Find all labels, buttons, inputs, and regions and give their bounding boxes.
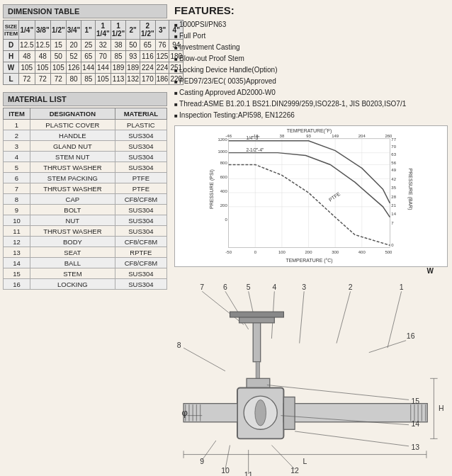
- svg-text:400: 400: [358, 250, 366, 254]
- dim-row-h: H4848505265708593116125180: [4, 51, 183, 62]
- mat-cell-material: SUS304: [115, 226, 166, 237]
- dim-cell: 144: [81, 62, 96, 74]
- svg-text:56: 56: [391, 161, 396, 165]
- mat-cell-designation: NUT: [30, 215, 115, 226]
- dim-cell: 48: [35, 51, 50, 62]
- material-table: ITEM DESIGNATION MATERIAL 1PLASTIC COVER…: [3, 108, 167, 290]
- mat-row-7: 8CAPCF8/CF8M: [4, 194, 167, 205]
- dim-cell: 189: [111, 62, 126, 74]
- svg-text:1/4"-3": 1/4"-3": [246, 135, 259, 140]
- mat-header-row: ITEM DESIGNATION MATERIAL: [4, 108, 167, 120]
- svg-line-64: [388, 291, 402, 348]
- features-list: 1000PSI/PN63Full PortInvestment CastingB…: [174, 19, 448, 121]
- svg-text:300: 300: [332, 250, 339, 254]
- dim-cell: 85: [81, 74, 96, 85]
- svg-line-63: [337, 291, 351, 343]
- dim-cell: 170: [140, 74, 156, 85]
- mat-cell-item: 15: [4, 268, 30, 279]
- dim-header-1_4: 1/4": [19, 21, 35, 40]
- mat-row-2: 3GLAND NUTSUS304: [4, 141, 167, 152]
- svg-line-58: [202, 291, 244, 324]
- svg-text:35: 35: [391, 186, 396, 190]
- mat-cell-item: 12: [4, 237, 30, 247]
- svg-text:4: 4: [272, 283, 276, 291]
- features-title: FEATURES:: [174, 4, 448, 16]
- svg-line-59: [225, 291, 249, 329]
- diagram-svg: 7 6 5 4 3 2 1 8 16: [174, 278, 448, 476]
- svg-text:200: 200: [220, 203, 228, 208]
- svg-text:200: 200: [305, 250, 313, 254]
- mat-row-11: 12BODYCF8/CF8M: [4, 237, 167, 247]
- svg-line-68: [369, 341, 406, 353]
- mat-cell-material: SUS304: [115, 162, 166, 173]
- dim-cell: 52: [66, 51, 81, 62]
- mat-cell-designation: THRUST WASHER: [30, 183, 115, 194]
- feature-item-1: Full Port: [174, 30, 448, 42]
- svg-text:5: 5: [247, 283, 251, 291]
- svg-text:6: 6: [223, 283, 227, 291]
- dim-cell: 116: [140, 51, 156, 62]
- mat-cell-item: 10: [4, 215, 30, 226]
- mat-cell-item: 13: [4, 247, 30, 258]
- feature-item-2: Investment Casting: [174, 42, 448, 53]
- features-section: FEATURES: 1000PSI/PN63Full PortInvestmen…: [174, 4, 448, 121]
- dim-cell: 32: [96, 40, 111, 51]
- dim-label-w: W: [4, 62, 19, 74]
- mat-row-8: 9BOLTSUS304: [4, 205, 167, 215]
- svg-text:14: 14: [411, 420, 419, 428]
- dim-cell: 224: [140, 62, 156, 74]
- mat-cell-designation: SEAT: [30, 247, 115, 258]
- svg-text:100: 100: [278, 250, 286, 254]
- svg-text:1200: 1200: [217, 137, 227, 142]
- mat-cell-item: 11: [4, 226, 30, 237]
- dimension-table-section: DIMENSION TABLE SIZE ITEM 1/4" 3/8" 1/2"…: [3, 4, 167, 85]
- dim-cell: 125: [155, 51, 169, 62]
- dim-header-1_1_4: 1 1/4": [96, 21, 111, 40]
- svg-point-76: [255, 400, 266, 426]
- svg-text:H: H: [439, 404, 444, 412]
- feature-item-0: 1000PSI/PN63: [174, 19, 448, 30]
- mat-cell-designation: STEM PACKING: [30, 173, 115, 183]
- mat-cell-designation: BALL: [30, 258, 115, 268]
- mat-cell-material: PTFE: [115, 173, 166, 183]
- svg-text:2-1/2"-4": 2-1/2"-4": [246, 147, 264, 152]
- valve-diagram: 7 6 5 4 3 2 1 8 16: [174, 278, 448, 476]
- mat-cell-item: 9: [4, 205, 30, 215]
- dim-cell: 144: [96, 62, 111, 74]
- dim-size-item-header: SIZE ITEM: [4, 21, 19, 40]
- mat-cell-designation: HANDLE: [30, 130, 115, 141]
- dim-cell: 126: [66, 62, 81, 74]
- svg-text:16: 16: [407, 332, 415, 340]
- mat-cell-material: CF8/CF8M: [115, 237, 166, 247]
- svg-text:28: 28: [391, 195, 396, 199]
- svg-text:93: 93: [306, 134, 311, 138]
- mat-cell-designation: STEM: [30, 268, 115, 279]
- svg-rect-71: [230, 312, 284, 317]
- svg-text:9: 9: [200, 458, 204, 465]
- svg-text:70: 70: [391, 144, 396, 149]
- dim-header-3_8: 3/8": [35, 21, 50, 40]
- svg-text:0: 0: [391, 243, 394, 247]
- pressure-temperature-chart: TEMPERATURE(°F) -46 -18 38 93 149 204 26…: [174, 125, 448, 267]
- svg-text:63: 63: [391, 152, 396, 157]
- dim-header-2: 2": [126, 21, 140, 40]
- dim-cell: 93: [126, 51, 140, 62]
- mat-cell-material: SUS304: [115, 268, 166, 279]
- svg-text:149: 149: [332, 134, 339, 138]
- svg-line-99: [271, 446, 295, 470]
- dim-cell: 72: [19, 74, 35, 85]
- mat-cell-material: SUS304: [115, 152, 166, 162]
- dim-cell: 12.5: [35, 40, 50, 51]
- mat-row-10: 11THRUST WASHERSUS304: [4, 226, 167, 237]
- dim-cell: 105: [35, 62, 50, 74]
- mat-cell-item: 8: [4, 194, 30, 205]
- dim-cell: 105: [51, 62, 67, 74]
- mat-header-item: ITEM: [4, 108, 30, 120]
- material-list-title: MATERIAL LIST: [3, 92, 167, 106]
- dim-cell: 186: [155, 74, 169, 85]
- svg-text:0: 0: [254, 250, 257, 254]
- svg-text:38: 38: [280, 134, 285, 138]
- svg-rect-83: [283, 404, 427, 422]
- mat-cell-item: 16: [4, 279, 30, 290]
- dim-cell: 12.5: [19, 40, 35, 51]
